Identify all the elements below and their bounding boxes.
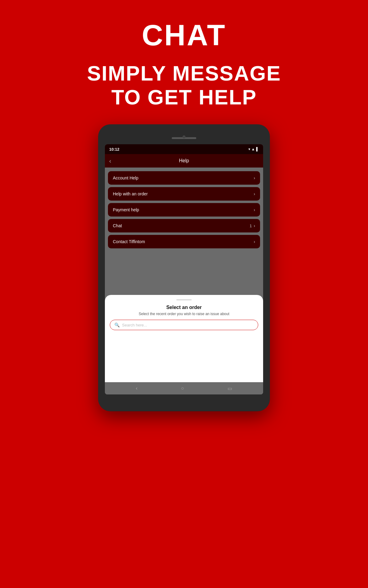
menu-item-contact-label: Contact Tiffintom [113, 239, 145, 244]
nav-recent-icon[interactable]: ▭ [228, 386, 232, 391]
search-results-area [110, 333, 258, 382]
bottom-nav: ‹ ○ ▭ [105, 382, 263, 394]
menu-item-payment-help[interactable]: Payment help › [108, 203, 260, 217]
tablet-device: 10:12 ▾ ▲ ▌ ‹ Help Account Help › [98, 124, 270, 411]
bottom-sheet: Select an order Select the recent order … [105, 295, 263, 382]
chevron-icon-5: › [254, 239, 255, 244]
bottom-sheet-handle [176, 299, 192, 300]
menu-item-help-order-right: › [254, 191, 255, 196]
bottom-sheet-title: Select an order [110, 305, 258, 310]
menu-item-account-help-label: Account Help [113, 175, 138, 180]
tablet-frame: 10:12 ▾ ▲ ▌ ‹ Help Account Help › [98, 124, 270, 411]
menu-item-chat-label: Chat [113, 223, 122, 228]
search-bar[interactable]: 🔍 Search here... [110, 320, 258, 330]
menu-item-account-help-right: › [254, 175, 255, 180]
menu-item-account-help[interactable]: Account Help › [108, 171, 260, 185]
hero-title: CHAT [0, 18, 368, 52]
chevron-icon-3: › [254, 207, 255, 212]
tablet-bottom-bezel [105, 394, 263, 401]
nav-home-icon[interactable]: ○ [181, 386, 184, 391]
status-icons: ▾ ▲ ▌ [248, 147, 259, 151]
gray-spacer [105, 252, 263, 295]
search-icon: 🔍 [114, 322, 120, 327]
tablet-camera [182, 135, 186, 138]
hero-section: CHAT SIMPLY MESSAGE TO GET HELP [0, 0, 368, 118]
app-header: ‹ Help [105, 154, 263, 168]
bottom-sheet-subtitle: Select the recent order you wish to rais… [110, 312, 258, 316]
chevron-icon-2: › [254, 191, 255, 196]
menu-item-payment-help-label: Payment help [113, 207, 139, 212]
menu-item-chat[interactable]: Chat 1 › [108, 219, 260, 232]
menu-item-chat-right: 1 › [250, 223, 255, 228]
status-bar: 10:12 ▾ ▲ ▌ [105, 144, 263, 154]
signal-icon: ▲ [251, 147, 255, 151]
menu-item-help-order[interactable]: Help with an order › [108, 187, 260, 201]
hero-subtitle: SIMPLY MESSAGE TO GET HELP [0, 61, 368, 109]
back-button[interactable]: ‹ [109, 157, 111, 164]
menu-item-contact[interactable]: Contact Tiffintom › [108, 235, 260, 248]
hero-subtitle-line2: TO GET HELP [111, 85, 257, 109]
menu-item-help-order-label: Help with an order [113, 191, 148, 196]
search-input-placeholder: Search here... [122, 323, 254, 327]
chevron-icon-4: › [254, 223, 255, 228]
menu-item-contact-right: › [254, 239, 255, 244]
nav-back-icon[interactable]: ‹ [136, 386, 137, 391]
status-time: 10:12 [109, 147, 119, 152]
hero-subtitle-line1: SIMPLY MESSAGE [87, 62, 281, 85]
battery-icon: ▌ [256, 147, 259, 151]
tablet-screen: 10:12 ▾ ▲ ▌ ‹ Help Account Help › [105, 144, 263, 394]
help-menu: Account Help › Help with an order › Paym… [105, 168, 263, 252]
menu-item-payment-help-right: › [254, 207, 255, 212]
chat-badge: 1 [250, 224, 252, 228]
wifi-icon: ▾ [248, 147, 250, 151]
header-title: Help [179, 158, 189, 164]
chevron-icon: › [254, 175, 255, 180]
